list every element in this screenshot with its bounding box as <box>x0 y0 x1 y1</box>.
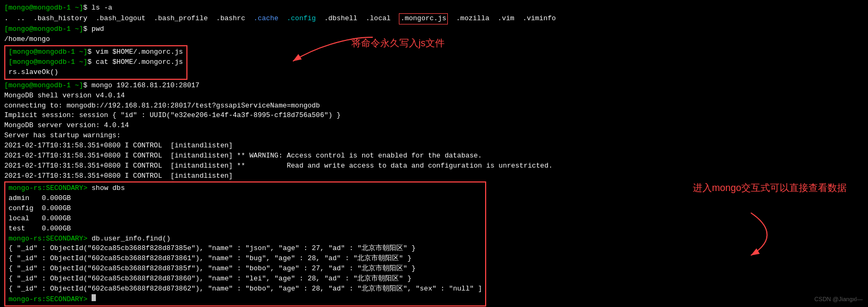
terminal: [mongo@mongodb-1 ~]$ ls -a . .. .bash_hi… <box>0 0 868 307</box>
db-test: test 0.000GB <box>9 224 482 234</box>
find-result-5: { "_id" : ObjectId("602ca85eb3688f828d87… <box>9 284 482 294</box>
result-2: { "_id" : ObjectId("602ca85cb3688f828d87… <box>9 254 412 264</box>
show-dbs-prompt: mongo-rs:SECONDARY> <box>9 184 92 194</box>
prompt-4: [mongo@mongodb-1 ~] <box>9 57 87 68</box>
cat-cmd: $ cat $HOME/.mongorc.js <box>87 57 183 68</box>
warn-3: 2021-02-17T10:31:58.351+0800 I CONTROL [… <box>4 161 553 171</box>
csdn-watermark: CSDN @Jiangxl— <box>814 295 863 304</box>
warn-2: 2021-02-17T10:31:58.351+0800 I CONTROL [… <box>4 151 482 161</box>
config-item: .config <box>287 14 316 24</box>
ls-space-1 <box>279 14 287 24</box>
mongo-interactive-box: mongo-rs:SECONDARY> show dbs admin 0.000… <box>4 181 486 306</box>
ls-items-1: . .. .bash_history .bash_logout .bash_pr… <box>4 14 253 24</box>
db-local: local 0.000GB <box>9 214 482 224</box>
rs-slaveok-line: rs.slaveOk() <box>9 68 183 78</box>
result-5: { "_id" : ObjectId("602ca85eb3688f828d87… <box>9 284 482 294</box>
mongo-cmd: $ mongo 192.168.81.210:28017 <box>83 81 199 91</box>
annotation-bottom: 进入mongo交互式可以直接查看数据 <box>693 181 847 195</box>
warn-line-1: 2021-02-17T10:31:58.351+0800 I CONTROL [… <box>4 141 864 151</box>
find-cmd: db.user_info.find() <box>92 234 170 244</box>
show-dbs-line: mongo-rs:SECONDARY> show dbs <box>9 184 482 194</box>
server-version: MongoDB server version: 4.0.14 <box>4 121 129 131</box>
db-local-text: local 0.000GB <box>9 214 71 224</box>
cmd-2: $ pwd <box>83 24 104 35</box>
warn-1: 2021-02-17T10:31:58.351+0800 I CONTROL [… <box>4 141 233 151</box>
final-prompt: mongo-rs:SECONDARY> <box>9 295 92 305</box>
arrow-top <box>282 32 378 69</box>
arrow-bottom <box>735 208 831 266</box>
cat-line: [mongo@mongodb-1 ~]$ cat $HOME/.mongorc.… <box>9 57 183 68</box>
db-config-text: config 0.000GB <box>9 204 71 214</box>
db-admin: admin 0.000GB <box>9 194 482 204</box>
result-1: { "_id" : ObjectId("602ca85cb3688f828d87… <box>9 244 416 254</box>
db-test-text: test 0.000GB <box>9 224 71 234</box>
prompt-3: [mongo@mongodb-1 ~] <box>9 47 87 57</box>
ls-items-3: .mozilla .vim .viminfo <box>448 14 556 24</box>
find-result-1: { "_id" : ObjectId("602ca85cb3688f828d87… <box>9 244 482 254</box>
find-result-3: { "_id" : ObjectId("602ca85cb3688f828d87… <box>9 264 482 274</box>
show-dbs-cmd: show dbs <box>92 184 125 194</box>
rs-slaveok: rs.slaveOk() <box>9 68 59 78</box>
pwd-output: /home/mongo <box>4 35 50 45</box>
find-cmd-line: mongo-rs:SECONDARY> db.user_info.find() <box>9 234 482 244</box>
connecting-line: connecting to: mongodb://192.168.81.210:… <box>4 101 864 111</box>
server-version-line: MongoDB server version: 4.0.14 <box>4 121 864 131</box>
vim-line: [mongo@mongodb-1 ~]$ vim $HOME/.mongorc.… <box>9 47 183 57</box>
prompt-5: [mongo@mongodb-1 ~] <box>4 81 83 91</box>
ls-items-2: .dbshell .local <box>316 14 399 24</box>
result-4: { "_id" : ObjectId("602ca85cb3688f828d87… <box>9 274 412 284</box>
pwd-command-line: [mongo@mongodb-1 ~]$ pwd <box>4 24 864 35</box>
mongo-connect-line: [mongo@mongodb-1 ~]$ mongo 192.168.81.21… <box>4 81 864 91</box>
terminal-cursor <box>92 294 96 301</box>
warn-line-3: 2021-02-17T10:31:58.351+0800 I CONTROL [… <box>4 161 864 171</box>
connecting-text: connecting to: mongodb://192.168.81.210:… <box>4 101 320 111</box>
startup-warn: Server has startup warnings: <box>4 131 120 141</box>
mongorc-item: .mongorc.js <box>399 13 448 24</box>
cmd-1: $ ls -a <box>83 3 112 13</box>
prompt-2: [mongo@mongodb-1 ~] <box>4 24 83 35</box>
cache-item: .cache <box>253 14 279 24</box>
find-result-2: { "_id" : ObjectId("602ca85cb3688f828d87… <box>9 254 482 264</box>
final-prompt-line: mongo-rs:SECONDARY> <box>9 294 482 305</box>
shell-version: MongoDB shell version v4.0.14 <box>4 91 125 101</box>
implicit-session-line: Implicit session: session { "id" : UUID(… <box>4 111 864 121</box>
db-config: config 0.000GB <box>9 204 482 214</box>
ls-output-line: . .. .bash_history .bash_logout .bash_pr… <box>4 13 864 24</box>
ls-command-line: [mongo@mongodb-1 ~]$ ls -a <box>4 3 864 13</box>
shell-version-line: MongoDB shell version v4.0.14 <box>4 91 864 101</box>
warn-line-2: 2021-02-17T10:31:58.351+0800 I CONTROL [… <box>4 151 864 161</box>
prompt-box: [mongo@mongodb-1 ~]$ vim $HOME/.mongorc.… <box>4 45 187 80</box>
find-prompt: mongo-rs:SECONDARY> <box>9 234 92 244</box>
warn-4: 2021-02-17T10:31:58.351+0800 I CONTROL [… <box>4 171 233 181</box>
prompt-1: [mongo@mongodb-1 ~] <box>4 3 83 13</box>
vim-cmd: $ vim $HOME/.mongorc.js <box>87 47 183 57</box>
startup-warn-line: Server has startup warnings: <box>4 131 864 141</box>
find-result-4: { "_id" : ObjectId("602ca85cb3688f828d87… <box>9 274 482 284</box>
implicit-session: Implicit session: session { "id" : UUID(… <box>4 111 341 121</box>
db-admin-text: admin 0.000GB <box>9 194 71 204</box>
result-3: { "_id" : ObjectId("602ca85cb3688f828d87… <box>9 264 416 274</box>
warn-line-4: 2021-02-17T10:31:58.351+0800 I CONTROL [… <box>4 171 864 181</box>
